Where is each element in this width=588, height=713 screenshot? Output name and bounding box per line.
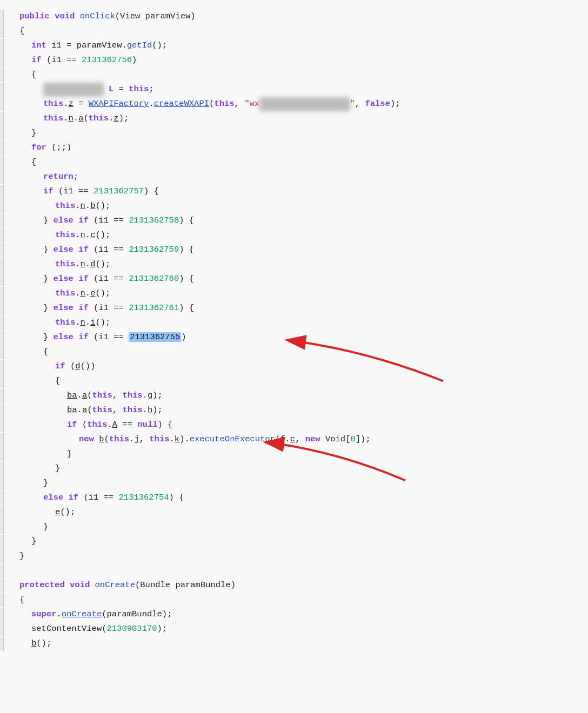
function-name: getId bbox=[127, 41, 152, 50]
line-content: { bbox=[4, 374, 588, 388]
line-content: L = this; bbox=[4, 83, 588, 97]
keyword: else bbox=[54, 245, 74, 254]
code-text: ]); bbox=[356, 434, 371, 444]
code-line: } else if (i1 == 2131362758) { bbox=[0, 214, 588, 228]
line-content: { bbox=[4, 68, 588, 82]
keyword: this bbox=[214, 99, 234, 109]
code-text: ( bbox=[83, 113, 88, 123]
code-text: (); bbox=[95, 230, 110, 240]
keyword: this bbox=[55, 201, 75, 211]
code-text: ); bbox=[152, 391, 163, 400]
keyword: this bbox=[149, 434, 169, 444]
line-gutter bbox=[0, 243, 4, 257]
code-line: { bbox=[0, 374, 588, 389]
code-text: (;;) bbox=[46, 143, 72, 152]
line-content: setContentView(2130903170); bbox=[4, 622, 588, 636]
code-text: ). bbox=[179, 434, 190, 444]
code-text: } bbox=[31, 128, 36, 138]
keyword: if bbox=[78, 216, 89, 225]
keyword: super bbox=[31, 609, 57, 619]
code-text: (i1 == bbox=[54, 186, 93, 196]
redacted-text bbox=[43, 83, 104, 97]
underlined-identifier: k bbox=[175, 434, 179, 444]
line-gutter bbox=[0, 389, 4, 403]
keyword: else bbox=[54, 303, 74, 313]
code-text: } bbox=[19, 551, 24, 561]
code-line: this.n.a(this.z); bbox=[0, 112, 588, 126]
line-gutter bbox=[0, 68, 4, 82]
keyword: this bbox=[55, 230, 75, 240]
line-gutter bbox=[0, 433, 4, 447]
line-content: } bbox=[4, 126, 588, 140]
keyword: int bbox=[31, 41, 46, 50]
code-text: } bbox=[31, 536, 36, 546]
code-line: if (i1 == 2131362756) bbox=[0, 53, 588, 68]
code-text: (Bundle paramBundle) bbox=[135, 580, 236, 590]
line-content: { bbox=[4, 593, 588, 607]
code-text: . bbox=[170, 434, 175, 444]
line-gutter bbox=[0, 170, 4, 184]
code-text: . bbox=[285, 434, 290, 444]
line-content: } else if (i1 == 2131362755) bbox=[4, 331, 588, 345]
code-line: } else if (i1 == 2131362761) { bbox=[0, 301, 588, 316]
keyword: void bbox=[70, 580, 90, 590]
code-text bbox=[75, 11, 79, 21]
code-line: this.n.b(); bbox=[0, 199, 588, 214]
code-text bbox=[65, 580, 70, 590]
line-content: this.n.c(); bbox=[4, 228, 588, 243]
keyword: this bbox=[43, 113, 63, 123]
keyword: else bbox=[43, 493, 63, 502]
code-text: . bbox=[85, 318, 90, 327]
line-content: if (i1 == 2131362757) { bbox=[4, 185, 588, 199]
line-gutter bbox=[0, 447, 4, 461]
line-gutter bbox=[0, 506, 4, 520]
code-text: = bbox=[74, 99, 89, 109]
code-text: { bbox=[31, 70, 36, 79]
line-content: } else if (i1 == 2131362758) { bbox=[4, 214, 588, 228]
underlined-identifier: n bbox=[69, 113, 74, 123]
code-line: { bbox=[0, 345, 588, 360]
underlined-function: onCreate bbox=[62, 609, 102, 619]
underlined-identifier: n bbox=[81, 201, 85, 211]
code-line: e(); bbox=[0, 506, 588, 520]
code-text: ) { bbox=[179, 216, 194, 225]
code-text: ) { bbox=[179, 245, 194, 254]
line-gutter bbox=[0, 126, 4, 140]
code-line: { bbox=[0, 593, 588, 608]
number-literal: 0 bbox=[350, 434, 355, 444]
underlined-identifier: f bbox=[280, 434, 285, 444]
line-gutter bbox=[0, 141, 4, 155]
code-text: { bbox=[19, 595, 24, 604]
line-content: ba.a(this, this.g); bbox=[4, 389, 588, 403]
keyword: if bbox=[31, 55, 42, 65]
function-name: onCreate bbox=[95, 580, 135, 590]
keyword: if bbox=[78, 303, 89, 313]
code-text: setContentView( bbox=[31, 624, 107, 634]
keyword: if bbox=[78, 274, 89, 284]
string-literal: "wx bbox=[244, 99, 259, 109]
code-text: ( bbox=[104, 434, 109, 444]
line-gutter bbox=[0, 374, 4, 388]
underlined-identifier: n bbox=[81, 288, 85, 298]
line-gutter bbox=[0, 579, 4, 593]
code-text: (i1 == bbox=[89, 303, 129, 313]
code-line: ba.a(this, this.g); bbox=[0, 389, 588, 403]
line-content: } bbox=[4, 549, 588, 563]
code-text: . bbox=[75, 230, 80, 240]
code-text: ) { bbox=[169, 493, 184, 502]
line-gutter bbox=[0, 24, 4, 38]
underlined-identifier: z bbox=[69, 99, 74, 109]
code-line: for (;;) bbox=[0, 141, 588, 156]
keyword: public bbox=[19, 11, 50, 21]
code-text: . bbox=[63, 113, 68, 123]
underlined-identifier: n bbox=[81, 318, 85, 327]
line-content: this.z = WXAPIFactory.createWXAPI(this, … bbox=[4, 97, 588, 111]
code-text: } bbox=[43, 478, 48, 488]
line-gutter bbox=[0, 156, 4, 170]
code-text: , bbox=[139, 434, 150, 444]
number-literal: 2131362760 bbox=[129, 274, 179, 284]
code-text: (); bbox=[95, 288, 110, 298]
line-gutter bbox=[0, 258, 4, 272]
code-line: } bbox=[0, 126, 588, 141]
code-text: (i1 == bbox=[89, 245, 129, 254]
